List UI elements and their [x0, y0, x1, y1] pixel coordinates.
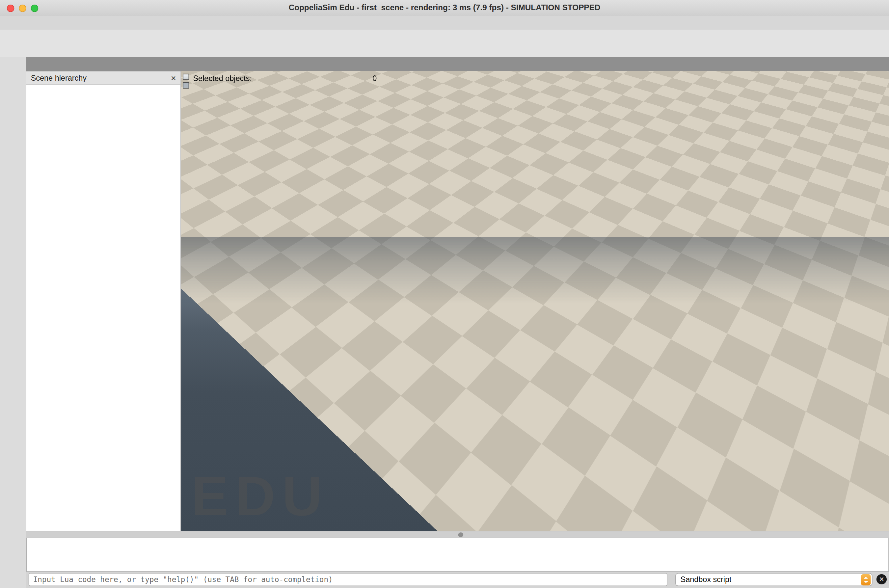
scrollbar-thumb[interactable]	[458, 532, 463, 537]
selection-info-overlay: Selected objects: 0	[182, 72, 423, 92]
menu-bar	[0, 16, 889, 30]
titlebar: CoppeliaSim Edu - first_scene - renderin…	[0, 0, 889, 16]
stepper-icon[interactable]	[861, 574, 871, 585]
console-bar: Sandbox script ✕	[26, 572, 889, 588]
close-hierarchy-icon[interactable]: ×	[171, 74, 176, 82]
viewport-3d[interactable]: EDU Selected objects: 0	[181, 72, 889, 531]
scene-objects	[181, 72, 889, 531]
hierarchy-tree	[26, 85, 181, 86]
selected-objects-count: 0	[372, 74, 377, 83]
app-window: CoppeliaSim Edu - first_scene - renderin…	[0, 0, 889, 588]
status-log	[26, 538, 889, 572]
viewport-scrollbar[interactable]	[26, 531, 889, 538]
hierarchy-header: Scene hierarchy ×	[26, 72, 181, 85]
selected-objects-label: Selected objects:	[193, 74, 252, 83]
overlay-page-icon[interactable]	[183, 82, 189, 88]
overlay-window-icon[interactable]	[183, 74, 189, 80]
left-toolbar	[0, 57, 26, 588]
toolbar	[0, 30, 889, 58]
scene-tabs	[26, 57, 889, 72]
lua-input[interactable]	[28, 573, 667, 586]
script-selector-value: Sandbox script	[681, 575, 732, 584]
script-selector[interactable]: Sandbox script	[675, 573, 873, 586]
hierarchy-title: Scene hierarchy	[31, 74, 87, 82]
scene-hierarchy-panel: Scene hierarchy ×	[26, 72, 181, 531]
window-title: CoppeliaSim Edu - first_scene - renderin…	[0, 3, 889, 12]
console-close-button[interactable]: ✕	[877, 574, 887, 584]
